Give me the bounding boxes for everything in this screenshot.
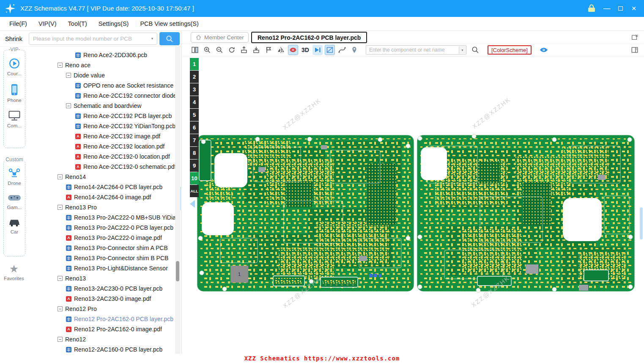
tree-scrollbar[interactable]: [175, 47, 180, 354]
canvas-scroll-handle[interactable]: [640, 207, 643, 239]
tree-item[interactable]: −Reno ace: [28, 60, 180, 70]
highlight-eye-icon[interactable]: [288, 45, 298, 55]
rail-item-phone[interactable]: Phone: [4, 83, 25, 103]
tree-item[interactable]: AReno12 Pro-2AC162-0 image.pdf: [28, 324, 180, 334]
close-button[interactable]: ×: [628, 3, 640, 14]
export-box-icon[interactable]: [239, 45, 249, 55]
tree-item[interactable]: AReno Ace-2CC192 location.pdf: [28, 141, 180, 151]
tree-item[interactable]: Reno14-2AC264-0 PCB layer.pcb: [28, 182, 180, 192]
zoom-in-icon[interactable]: [202, 45, 212, 55]
model-search-input[interactable]: [29, 33, 157, 44]
close-view-icon[interactable]: [631, 33, 639, 43]
chevron-down-icon[interactable]: ▼: [151, 37, 154, 41]
tree-item[interactable]: −Diode value: [28, 70, 180, 80]
tree-collapse-icon[interactable]: −: [58, 174, 63, 179]
rail-item-game[interactable]: Gam...: [4, 193, 25, 210]
tree-item[interactable]: −Schematic and boardview: [28, 101, 180, 111]
pcb-board-left[interactable]: 1: [197, 135, 414, 292]
net-search-combobox[interactable]: ▼: [366, 45, 466, 55]
layer-button-9[interactable]: 9: [190, 160, 199, 172]
curve-trace-icon[interactable]: [337, 45, 347, 55]
minimize-button[interactable]: —: [601, 3, 613, 14]
pcb-canvas-area[interactable]: 1: [181, 56, 644, 354]
layer-button-7[interactable]: 7: [190, 134, 199, 146]
maximize-button[interactable]: [614, 3, 626, 14]
tree-item[interactable]: Reno Ace-2CC192 PCB layer.pcb: [28, 111, 180, 121]
step-into-icon[interactable]: [312, 45, 323, 55]
zoom-out-icon[interactable]: [214, 45, 225, 55]
rail-item-course[interactable]: Cour...: [4, 58, 25, 76]
tree-item[interactable]: Reno13 Pro-Light&Distance Sensor: [28, 263, 180, 273]
tree-item[interactable]: −Reno12 Pro: [28, 304, 180, 314]
tree-item[interactable]: Reno Ace2-2DD306.pcb: [28, 50, 180, 60]
tree-collapse-icon[interactable]: −: [66, 103, 71, 108]
member-center-button[interactable]: Member Center: [191, 32, 249, 43]
rail-item-drone[interactable]: Drone: [4, 168, 25, 186]
tree-collapse-icon[interactable]: −: [58, 306, 63, 311]
tree-collapse-icon[interactable]: −: [58, 337, 63, 342]
rotate-view-icon[interactable]: [227, 45, 237, 55]
tree-item[interactable]: AReno Ace-2CC192 image.pdf: [28, 131, 180, 141]
import-box-icon[interactable]: [251, 45, 261, 55]
tree-item[interactable]: Reno13 Pro-2AC222-0 MB+SUB YiDianTong: [28, 212, 180, 223]
layers-panel-toggle-icon[interactable]: [630, 45, 640, 55]
layer-button-1[interactable]: 1: [190, 58, 199, 70]
layer-button-all[interactable]: ALL: [190, 185, 199, 197]
tree-item[interactable]: Reno Ace-2CC192 YiDianTong.pcb: [28, 121, 180, 131]
tree-item[interactable]: AReno Ace-2CC192-0 schematic.pdf: [28, 162, 180, 172]
tree-item[interactable]: Reno12 Pro-2AC162-0 PCB layer.pcb: [28, 314, 180, 324]
rail-item-favorites[interactable]: ★ Favorites: [0, 263, 28, 282]
tree-item[interactable]: −Reno12: [28, 334, 180, 344]
pcb-canvas[interactable]: 1: [181, 56, 644, 354]
tree-collapse-icon[interactable]: −: [58, 63, 63, 68]
tree-item[interactable]: −Reno14: [28, 172, 180, 182]
layer-button-10[interactable]: 10: [190, 172, 199, 184]
flag-marker-icon[interactable]: [263, 45, 274, 55]
menu-settings[interactable]: Settings(S): [96, 19, 132, 28]
layer-button-6[interactable]: 6: [190, 121, 199, 134]
tree-item[interactable]: Reno13 Pro-2AC222-0 PCB layer.pcb: [28, 223, 180, 233]
status-link[interactable]: XZZ Schematics https://www.xzztools.com: [244, 355, 400, 362]
tree-item[interactable]: AReno14-2AC264-0 image.pdf: [28, 192, 180, 202]
tree-collapse-icon[interactable]: −: [58, 205, 63, 210]
tree-item[interactable]: Reno13 Pro-Connector shim B PCB: [28, 253, 180, 263]
pin-marker-icon[interactable]: [349, 45, 359, 55]
layer-button-2[interactable]: 2: [190, 71, 199, 83]
menu-pcb-view-settings[interactable]: PCB View settings(S): [137, 19, 201, 28]
search-button[interactable]: [159, 32, 180, 45]
3d-view-button[interactable]: 3D: [300, 45, 310, 55]
visibility-eye-icon[interactable]: [539, 45, 549, 55]
layer-rail-collapse-icon[interactable]: [190, 200, 195, 208]
tree-item[interactable]: −Reno13 Pro: [28, 202, 180, 212]
rail-item-computer[interactable]: Com...: [4, 110, 25, 128]
model-search-combobox[interactable]: ▼: [29, 33, 157, 45]
menu-tool[interactable]: Tool(T): [66, 19, 90, 28]
tree-item[interactable]: AReno13-2AC230-0 image.pdf: [28, 294, 180, 304]
tree-collapse-icon[interactable]: −: [58, 276, 63, 281]
tree-item[interactable]: AReno13 Pro-2AC222-0 image.pdf: [28, 233, 180, 243]
shrink-button[interactable]: Shrink: [3, 33, 25, 44]
split-view-icon[interactable]: [190, 45, 200, 55]
color-scheme-button[interactable]: [ColorScheme]: [488, 45, 532, 55]
tree-collapse-icon[interactable]: −: [66, 73, 71, 78]
tree-item[interactable]: Reno Ace-2CC192 connector diode: [28, 91, 180, 101]
net-search-icon[interactable]: [470, 45, 480, 55]
tree-scrollbar-thumb[interactable]: [176, 261, 179, 281]
tree-item[interactable]: Reno13-2AC230-0 PCB layer.pcb: [28, 283, 180, 294]
tree-item[interactable]: −Reno13: [28, 273, 180, 283]
layer-button-5[interactable]: 5: [190, 109, 199, 121]
diagonal-measure-icon[interactable]: [325, 45, 335, 55]
menu-file[interactable]: File(F): [7, 19, 30, 28]
tree-item[interactable]: AReno Ace-2CC192-0 location.pdf: [28, 151, 180, 162]
tree-item[interactable]: Reno13 Pro-Connector shim A PCB: [28, 243, 180, 253]
pcb-board-right[interactable]: [417, 134, 635, 292]
chevron-down-icon[interactable]: ▼: [459, 46, 466, 54]
tree-item[interactable]: Reno12-2AC160-0 PCB layer.pcb: [28, 344, 180, 354]
layer-button-4[interactable]: 4: [190, 96, 199, 108]
layer-button-3[interactable]: 3: [190, 83, 199, 96]
tree-item[interactable]: OPPO reno ace Socket resistance: [28, 80, 180, 91]
mirror-flip-icon[interactable]: [276, 45, 286, 55]
menu-vip[interactable]: VIP(V): [36, 19, 59, 28]
rail-item-car[interactable]: Car: [4, 217, 25, 234]
net-search-input[interactable]: [366, 46, 466, 54]
